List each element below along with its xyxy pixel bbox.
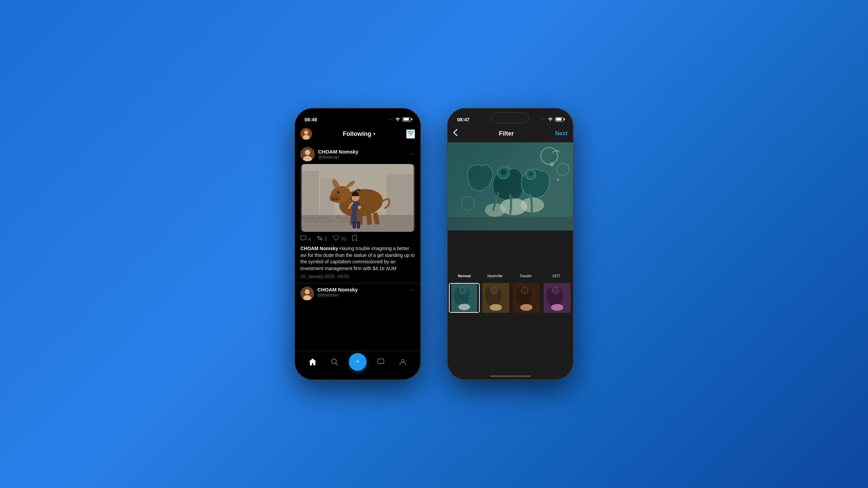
- battery-icon-2: [555, 117, 564, 122]
- tweet-1-header: CHOAM Nomsky @thielman ···: [300, 147, 415, 161]
- wifi-icon-1: [395, 117, 400, 122]
- filter-label-1977: 1977: [541, 274, 572, 278]
- phone-1: 08:49 ···: [295, 108, 420, 380]
- svg-rect-17: [309, 217, 315, 219]
- svg-rect-24: [336, 217, 342, 219]
- tweet-2-username: CHOAM Nomsky: [317, 287, 358, 292]
- tweet-1-user[interactable]: CHOAM Nomsky @thielman: [300, 147, 358, 161]
- phone1-screen: 08:49 ···: [295, 108, 420, 380]
- status-bar-1: 08:49 ···: [295, 108, 420, 125]
- svg-rect-12: [302, 171, 319, 215]
- status-icons-2: ···: [542, 116, 564, 122]
- svg-point-72: [459, 287, 466, 294]
- like-action[interactable]: 70: [333, 236, 346, 242]
- svg-point-6: [409, 131, 410, 132]
- filter-spacer: [448, 230, 573, 271]
- like-count: 70: [341, 237, 346, 242]
- nav-home[interactable]: [305, 354, 320, 369]
- dots-icon-2: ···: [542, 118, 546, 121]
- svg-point-82: [551, 304, 563, 311]
- compose-fab-btn[interactable]: [349, 353, 367, 371]
- filter-thumb-nashville[interactable]: [481, 283, 511, 313]
- svg-point-36: [332, 198, 335, 200]
- bookmark-action[interactable]: [352, 235, 357, 243]
- following-dropdown-btn[interactable]: Following ▾: [343, 130, 375, 138]
- svg-rect-20: [305, 220, 312, 223]
- tweet-1-user-info: CHOAM Nomsky @thielman: [318, 149, 358, 160]
- filter-preview-area: [448, 142, 573, 230]
- wifi-icon-2: [548, 116, 553, 122]
- tweet-1-actions: 4 2 70: [300, 235, 415, 243]
- dots-icon-1: ···: [389, 118, 393, 121]
- home-indicator-area: [448, 317, 573, 325]
- tweet-1-image[interactable]: [300, 164, 415, 232]
- tweet-1-username: CHOAM Nomsky: [318, 149, 358, 155]
- retweet-action[interactable]: 2: [317, 236, 327, 242]
- tweet-2-more-btn[interactable]: ···: [411, 287, 415, 293]
- svg-rect-48: [357, 222, 360, 228]
- svg-point-9: [305, 150, 310, 155]
- filter-thumb-toaster[interactable]: [512, 283, 541, 313]
- filter-thumb-normal[interactable]: [449, 283, 480, 313]
- nav-search[interactable]: [327, 354, 342, 369]
- svg-rect-70: [448, 217, 573, 230]
- filter-thumb-1977[interactable]: [542, 283, 572, 313]
- feed-title: Following: [343, 130, 371, 138]
- svg-marker-54: [355, 359, 359, 363]
- tweet-1-more-btn[interactable]: ···: [411, 151, 415, 157]
- svg-point-38: [337, 191, 340, 194]
- filter-label-nashville: Nashville: [480, 274, 511, 278]
- svg-rect-25: [343, 217, 349, 219]
- next-btn[interactable]: Next: [555, 130, 568, 137]
- svg-point-39: [338, 191, 339, 192]
- filter-header: Filter Next: [448, 125, 573, 142]
- svg-rect-18: [317, 217, 323, 219]
- svg-rect-47: [353, 222, 356, 228]
- comment-action[interactable]: 4: [300, 236, 311, 242]
- heart-icon: [333, 236, 339, 242]
- battery-icon-1: [402, 117, 411, 122]
- svg-point-78: [521, 287, 528, 294]
- svg-rect-19: [324, 217, 330, 219]
- phone-2: 08:47 ··· Filter N: [448, 108, 573, 380]
- tweet-1: CHOAM Nomsky @thielman ···: [295, 143, 420, 283]
- svg-rect-22: [320, 220, 327, 223]
- svg-rect-30: [339, 220, 346, 223]
- filter-icon-btn[interactable]: [406, 129, 415, 139]
- svg-point-81: [552, 287, 559, 294]
- svg-rect-14: [387, 174, 414, 215]
- filter-strip: [448, 279, 573, 317]
- bookmark-icon: [352, 235, 357, 243]
- filter-label-normal: Normal: [449, 274, 480, 278]
- chevron-down-icon: ▾: [373, 131, 375, 136]
- svg-point-75: [491, 287, 497, 294]
- preview-image: [448, 142, 573, 230]
- filter-screen-title: Filter: [499, 130, 514, 137]
- svg-point-46: [358, 206, 361, 209]
- tweet-1-text: CHOAM Nomsky Having trouble imagining a …: [300, 245, 415, 272]
- feed-user-avatar[interactable]: [300, 128, 312, 140]
- status-time-2: 08:47: [457, 117, 470, 122]
- svg-point-1: [304, 130, 308, 135]
- svg-point-7: [411, 133, 413, 134]
- svg-rect-21: [313, 220, 319, 223]
- tweet-2-user-info: CHOAM Nomsky @thielman: [317, 287, 358, 298]
- svg-point-35: [330, 194, 340, 202]
- bottom-nav: [295, 351, 420, 380]
- nav-profile[interactable]: [395, 354, 410, 369]
- status-bar-2: 08:47 ···: [448, 108, 573, 125]
- dynamic-island-2: [492, 113, 529, 123]
- back-btn[interactable]: [453, 129, 458, 138]
- nav-notifications[interactable]: [373, 354, 388, 369]
- status-time-1: 08:49: [304, 117, 317, 122]
- svg-rect-55: [378, 359, 384, 364]
- feed-header: Following ▾: [295, 125, 420, 143]
- phone2-screen: 08:47 ··· Filter N: [448, 108, 573, 380]
- home-indicator: [490, 375, 531, 377]
- tweet-1-handle: @thielman: [318, 155, 358, 160]
- tweet-1-avatar: [300, 147, 315, 161]
- filter-label-toaster: Toaster: [510, 274, 541, 278]
- comment-count: 4: [308, 237, 311, 242]
- tweet-1-author: CHOAM Nomsky: [300, 246, 338, 251]
- svg-point-62: [501, 169, 506, 175]
